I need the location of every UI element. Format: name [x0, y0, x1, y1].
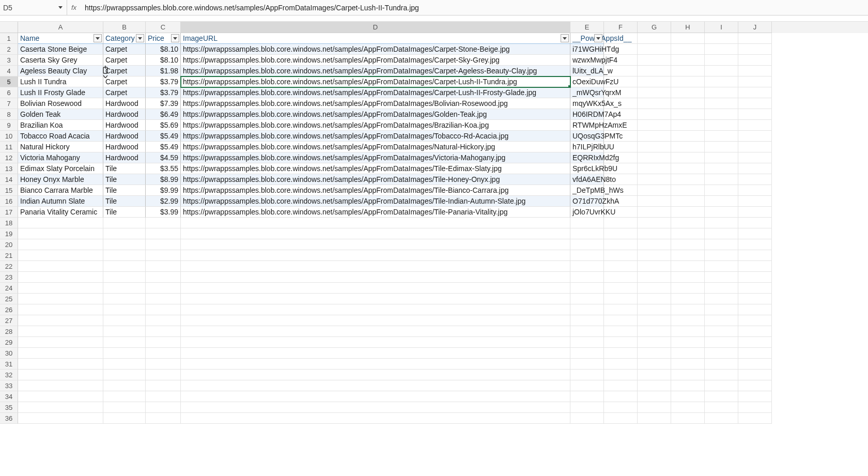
row-header[interactable]: 1: [0, 33, 18, 44]
row-header[interactable]: 10: [0, 131, 18, 142]
cell-I6[interactable]: [705, 87, 738, 98]
cell-H3[interactable]: [671, 55, 705, 66]
cell-I28[interactable]: [705, 326, 738, 337]
cell-E32[interactable]: [570, 370, 604, 380]
cell-C6[interactable]: $3.79: [146, 87, 181, 98]
cell-H11[interactable]: [671, 142, 705, 152]
cell-E9[interactable]: RTWMpHzAmxE: [570, 120, 604, 131]
cell-G17[interactable]: [638, 207, 671, 218]
cell-J5[interactable]: [738, 76, 772, 87]
cell-E26[interactable]: [570, 304, 604, 315]
cell-D24[interactable]: [181, 283, 570, 294]
cell[interactable]: [738, 33, 772, 44]
cell-D22[interactable]: [181, 261, 570, 272]
cell-E12[interactable]: EQRRIxMd2fg: [570, 152, 604, 163]
cell-C29[interactable]: [146, 337, 181, 348]
cell-I10[interactable]: [705, 131, 738, 142]
cell-A28[interactable]: [18, 326, 103, 337]
select-all-corner[interactable]: [0, 22, 18, 33]
cell-F31[interactable]: [604, 359, 638, 370]
cell-I5[interactable]: [705, 76, 738, 87]
cell-I35[interactable]: [705, 402, 738, 413]
column-header-E[interactable]: E: [570, 22, 604, 33]
cell-E29[interactable]: [570, 337, 604, 348]
cell-H4[interactable]: [671, 66, 705, 76]
cell-H23[interactable]: [671, 272, 705, 283]
column-header-H[interactable]: H: [671, 22, 705, 33]
column-header-D[interactable]: D: [181, 22, 570, 33]
cell-I3[interactable]: [705, 55, 738, 66]
cell-A32[interactable]: [18, 370, 103, 380]
cell-A3[interactable]: Caserta Sky Grey: [18, 55, 103, 66]
row-header[interactable]: 19: [0, 228, 18, 239]
cell-H9[interactable]: [671, 120, 705, 131]
cell-I33[interactable]: [705, 380, 738, 391]
cell-F23[interactable]: [604, 272, 638, 283]
cell-G34[interactable]: [638, 391, 671, 402]
column-header-C[interactable]: C: [146, 22, 181, 33]
cell-A10[interactable]: Tobacco Road Acacia: [18, 131, 103, 142]
filter-button-price[interactable]: [171, 34, 179, 42]
cell-J34[interactable]: [738, 391, 772, 402]
cell-D12[interactable]: https://pwrappssamples.blob.core.windows…: [181, 152, 570, 163]
header-category[interactable]: Category: [103, 33, 146, 44]
cell-D25[interactable]: [181, 294, 570, 304]
cell-G18[interactable]: [638, 218, 671, 228]
cell-C4[interactable]: $1.98: [146, 66, 181, 76]
cell-G23[interactable]: [638, 272, 671, 283]
cell-E27[interactable]: [570, 315, 604, 326]
cell-E11[interactable]: h7ILPjRlbUU: [570, 142, 604, 152]
cell-I25[interactable]: [705, 294, 738, 304]
cell-J16[interactable]: [738, 196, 772, 207]
cell-I19[interactable]: [705, 228, 738, 239]
row-header[interactable]: 3: [0, 55, 18, 66]
cell-G32[interactable]: [638, 370, 671, 380]
cell-B7[interactable]: Hardwood: [103, 98, 146, 109]
cell-F12[interactable]: [604, 152, 638, 163]
cell-I7[interactable]: [705, 98, 738, 109]
cell-A19[interactable]: [18, 228, 103, 239]
cell-E17[interactable]: jOlo7UvrKKU: [570, 207, 604, 218]
column-header-J[interactable]: J: [738, 22, 772, 33]
cell-F17[interactable]: [604, 207, 638, 218]
cell-J7[interactable]: [738, 98, 772, 109]
cell-I23[interactable]: [705, 272, 738, 283]
cell-J25[interactable]: [738, 294, 772, 304]
cell-C18[interactable]: [146, 218, 181, 228]
cell-C30[interactable]: [146, 348, 181, 359]
cell-I31[interactable]: [705, 359, 738, 370]
cell-I22[interactable]: [705, 261, 738, 272]
cell-A22[interactable]: [18, 261, 103, 272]
cell-G19[interactable]: [638, 228, 671, 239]
cell-B23[interactable]: [103, 272, 146, 283]
cell-E4[interactable]: lUitx_dLA_w: [570, 66, 604, 76]
cell-E28[interactable]: [570, 326, 604, 337]
row-header[interactable]: 9: [0, 120, 18, 131]
row-header[interactable]: 2: [0, 44, 18, 55]
cell-H14[interactable]: [671, 174, 705, 185]
cell-I11[interactable]: [705, 142, 738, 152]
row-header[interactable]: 11: [0, 142, 18, 152]
cell-D6[interactable]: https://pwrappssamples.blob.core.windows…: [181, 87, 570, 98]
cell-G25[interactable]: [638, 294, 671, 304]
cell-J14[interactable]: [738, 174, 772, 185]
cell-H35[interactable]: [671, 402, 705, 413]
cell-C31[interactable]: [146, 359, 181, 370]
fx-label[interactable]: fx: [67, 4, 83, 11]
cell-F19[interactable]: [604, 228, 638, 239]
cell-G24[interactable]: [638, 283, 671, 294]
cell-D20[interactable]: [181, 239, 570, 250]
cell-B16[interactable]: Tile: [103, 196, 146, 207]
cell-J35[interactable]: [738, 402, 772, 413]
cell-B8[interactable]: Hardwood: [103, 109, 146, 120]
cell-B32[interactable]: [103, 370, 146, 380]
cell-D18[interactable]: [181, 218, 570, 228]
row-header[interactable]: 24: [0, 283, 18, 294]
cell-D3[interactable]: https://pwrappssamples.blob.core.windows…: [181, 55, 570, 66]
cell-J21[interactable]: [738, 250, 772, 261]
cell-I29[interactable]: [705, 337, 738, 348]
cell-J26[interactable]: [738, 304, 772, 315]
filter-button-category[interactable]: [136, 34, 144, 42]
cell-F7[interactable]: [604, 98, 638, 109]
cell-D21[interactable]: [181, 250, 570, 261]
